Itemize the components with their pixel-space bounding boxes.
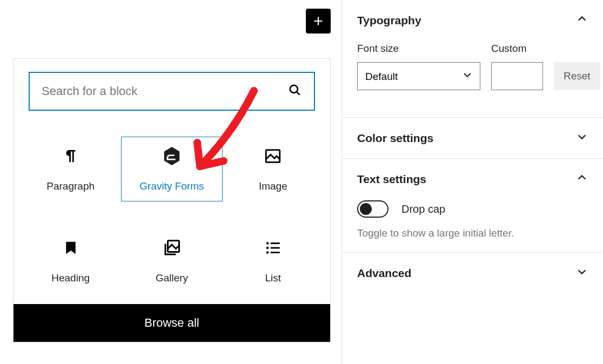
bookmark-icon xyxy=(61,238,81,258)
block-inserter-panel: Paragraph Gravity Forms Image Heading xyxy=(13,58,331,342)
reset-button[interactable]: Reset xyxy=(554,62,600,90)
block-grid: Paragraph Gravity Forms Image Heading xyxy=(14,120,330,304)
svg-rect-8 xyxy=(271,247,280,249)
block-label: Gravity Forms xyxy=(139,180,204,192)
block-label: Paragraph xyxy=(46,180,95,192)
text-settings-header[interactable]: Text settings xyxy=(357,172,588,186)
block-item-image[interactable]: Image xyxy=(223,137,324,201)
chevron-up-icon xyxy=(576,13,588,28)
font-size-label: Font size xyxy=(357,43,480,55)
panel-title: Color settings xyxy=(357,132,433,145)
block-search-field[interactable] xyxy=(29,72,315,111)
block-item-gallery[interactable]: Gallery xyxy=(121,228,222,293)
panel-title: Text settings xyxy=(357,173,426,186)
block-item-paragraph[interactable]: Paragraph xyxy=(20,137,121,201)
block-label: Heading xyxy=(51,272,90,284)
gravity-forms-icon xyxy=(162,146,182,166)
chevron-up-icon xyxy=(576,172,588,186)
advanced-header[interactable]: Advanced xyxy=(357,266,588,280)
svg-point-0 xyxy=(290,85,298,93)
drop-cap-toggle[interactable] xyxy=(357,200,388,218)
color-settings-panel: Color settings xyxy=(342,118,603,159)
custom-label: Custom xyxy=(491,43,543,55)
panel-title: Typography xyxy=(357,14,421,27)
panel-title: Advanced xyxy=(357,267,411,280)
custom-font-size-input[interactable] xyxy=(491,62,543,90)
add-block-button[interactable] xyxy=(306,9,331,33)
block-search-input[interactable] xyxy=(42,84,288,98)
block-label: Image xyxy=(259,180,287,192)
advanced-panel: Advanced xyxy=(342,253,603,293)
color-settings-header[interactable]: Color settings xyxy=(357,131,588,145)
browse-all-button[interactable]: Browse all xyxy=(14,304,330,342)
drop-cap-label: Drop cap xyxy=(401,203,445,215)
chevron-down-icon xyxy=(576,266,588,280)
list-icon xyxy=(263,238,283,258)
gallery-icon xyxy=(162,238,182,258)
chevron-down-icon xyxy=(576,131,588,145)
text-settings-panel: Text settings Drop cap Toggle to show a … xyxy=(342,159,603,253)
svg-point-5 xyxy=(266,242,269,245)
editor-canvas: Paragraph Gravity Forms Image Heading xyxy=(0,0,340,364)
typography-header[interactable]: Typography xyxy=(357,13,588,28)
block-item-list[interactable]: List xyxy=(223,228,324,293)
svg-rect-10 xyxy=(271,252,280,253)
settings-sidebar: Typography Font size Default Custom xyxy=(341,0,603,364)
svg-line-1 xyxy=(297,92,299,95)
svg-point-7 xyxy=(266,247,269,250)
drop-cap-help: Toggle to show a large initial letter. xyxy=(357,227,588,239)
image-icon xyxy=(263,146,283,166)
block-item-gravity-forms[interactable]: Gravity Forms xyxy=(121,137,222,201)
typography-panel: Typography Font size Default Custom xyxy=(342,0,603,118)
font-size-select[interactable]: Default xyxy=(357,62,480,90)
block-item-heading[interactable]: Heading xyxy=(20,228,121,293)
svg-point-9 xyxy=(266,251,269,254)
search-icon xyxy=(288,83,302,99)
svg-rect-6 xyxy=(271,242,280,244)
block-label: Gallery xyxy=(156,272,188,284)
block-label: List xyxy=(265,272,282,284)
paragraph-icon xyxy=(61,146,81,166)
